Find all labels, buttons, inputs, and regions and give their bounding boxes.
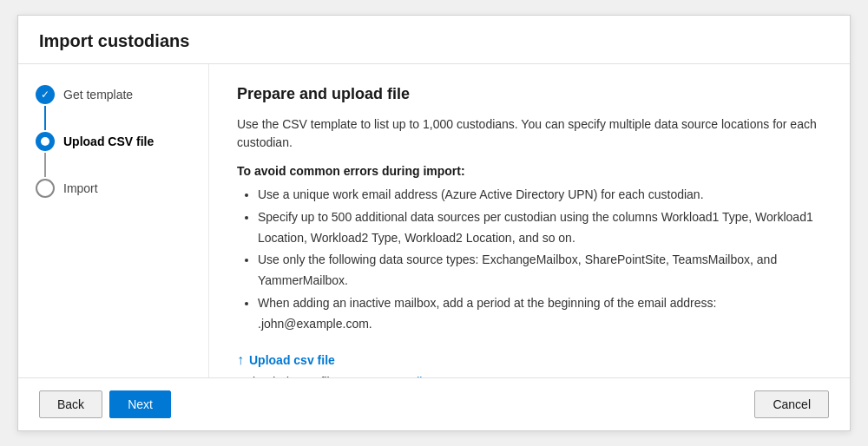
upload-arrow-icon: ↑ bbox=[237, 352, 244, 368]
sidebar: ✓ Get template bbox=[18, 64, 209, 377]
section-heading: Prepare and upload file bbox=[237, 85, 822, 103]
bullet-item-1: Use a unique work email address (Azure A… bbox=[258, 185, 822, 206]
step-label-upload-csv: Upload CSV file bbox=[63, 132, 154, 151]
main-content: Prepare and upload file Use the CSV temp… bbox=[209, 64, 850, 377]
step-get-template: ✓ Get template bbox=[36, 85, 191, 132]
dialog-title: Import custodians bbox=[39, 31, 829, 51]
step-line-1 bbox=[44, 106, 46, 130]
checkmark-icon: ✓ bbox=[41, 89, 49, 101]
step-import: Import bbox=[36, 179, 191, 198]
bullet-item-4: When adding an inactive mailbox, add a p… bbox=[258, 293, 822, 335]
cancel-button[interactable]: Cancel bbox=[754, 390, 829, 418]
dialog-footer: Back Next Cancel bbox=[18, 377, 850, 430]
description-text: Use the CSV template to list up to 1,000… bbox=[237, 115, 822, 152]
step-circle-upload-csv bbox=[36, 132, 55, 151]
next-button[interactable]: Next bbox=[109, 390, 171, 418]
upload-label-text: Upload csv file bbox=[249, 353, 335, 367]
bullet-item-3: Use only the following data source types… bbox=[258, 250, 822, 292]
step-upload-csv: Upload CSV file bbox=[36, 132, 191, 179]
upload-section: ↑ Upload csv file Uploaded CSV file: Imp… bbox=[237, 352, 822, 377]
active-dot bbox=[41, 137, 49, 146]
step-circle-import bbox=[36, 179, 55, 198]
import-custodians-dialog: Import custodians ✓ Get template bbox=[17, 15, 851, 431]
upload-csv-button[interactable]: ↑ Upload csv file bbox=[237, 352, 335, 368]
error-heading-label: To avoid common errors during import: bbox=[237, 164, 822, 178]
step-label-import: Import bbox=[63, 179, 98, 198]
back-button[interactable]: Back bbox=[39, 390, 102, 418]
dialog-body: ✓ Get template bbox=[18, 64, 850, 377]
step-circle-get-template: ✓ bbox=[36, 85, 55, 104]
step-line-2 bbox=[44, 153, 46, 177]
step-label-get-template: Get template bbox=[63, 85, 133, 104]
bullet-item-2: Specify up to 500 additional data source… bbox=[258, 207, 822, 249]
dialog-header: Import custodians bbox=[18, 16, 850, 64]
bullet-list: Use a unique work email address (Azure A… bbox=[237, 185, 822, 335]
